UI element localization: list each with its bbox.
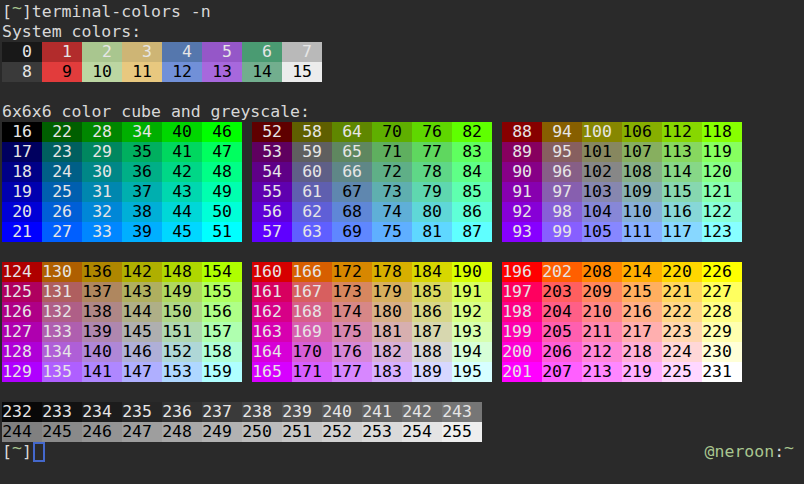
color-cell-135: 135 [42, 362, 82, 382]
prompt-line-bottom: [~]@neroon:~ [2, 442, 802, 462]
color-cell-118: 118 [702, 122, 742, 142]
color-cell-75: 75 [372, 222, 412, 242]
color-cell-139: 139 [82, 322, 122, 342]
prompt-line-top: [~]terminal-colors -n [2, 2, 802, 22]
color-cell-180: 180 [372, 302, 412, 322]
color-cell-247: 247 [122, 422, 162, 442]
color-cell-159: 159 [202, 362, 242, 382]
color-cell-255: 255 [442, 422, 482, 442]
color-cell-96: 96 [542, 162, 582, 182]
color-cell-126: 126 [2, 302, 42, 322]
color-cell-81: 81 [412, 222, 452, 242]
color-cell-5: 5 [202, 42, 242, 62]
cube-row-196: 196202208214220226 [502, 262, 742, 282]
color-cell-82: 82 [452, 122, 492, 142]
prompt-bracket-close: ] [22, 2, 32, 21]
color-cell-227: 227 [702, 282, 742, 302]
color-cell-42: 42 [162, 162, 202, 182]
color-cell-14: 14 [242, 62, 282, 82]
color-cell-156: 156 [202, 302, 242, 322]
color-cell-209: 209 [582, 282, 622, 302]
color-cell-137: 137 [82, 282, 122, 302]
color-cell-74: 74 [372, 202, 412, 222]
color-cell-103: 103 [582, 182, 622, 202]
color-cell-65: 65 [332, 142, 372, 162]
cube-row-128: 128134140146152158 [2, 342, 242, 362]
color-cell-51: 51 [202, 222, 242, 242]
color-cell-173: 173 [332, 282, 372, 302]
color-cell-205: 205 [542, 322, 582, 342]
color-cell-164: 164 [252, 342, 292, 362]
color-cell-100: 100 [582, 122, 622, 142]
color-cell-28: 28 [82, 122, 122, 142]
color-cell-145: 145 [122, 322, 162, 342]
color-cell-29: 29 [82, 142, 122, 162]
color-cell-46: 46 [202, 122, 242, 142]
cube-row-19: 192531374349 [2, 182, 242, 202]
color-cell-204: 204 [542, 302, 582, 322]
color-cell-233: 233 [42, 402, 82, 422]
color-cell-38: 38 [122, 202, 162, 222]
color-cell-242: 242 [402, 402, 442, 422]
color-cell-77: 77 [412, 142, 452, 162]
color-cell-246: 246 [82, 422, 122, 442]
cube-row-89: 8995101107113119 [502, 142, 742, 162]
color-cell-72: 72 [372, 162, 412, 182]
color-cell-63: 63 [292, 222, 332, 242]
color-cell-161: 161 [252, 282, 292, 302]
color-cell-187: 187 [412, 322, 452, 342]
color-cell-30: 30 [82, 162, 122, 182]
cube-row-164: 164170176182188194 [252, 342, 492, 362]
color-cell-104: 104 [582, 202, 622, 222]
color-cell-189: 189 [412, 362, 452, 382]
color-cell-94: 94 [542, 122, 582, 142]
cube-row-53: 535965717783 [252, 142, 492, 162]
color-cell-133: 133 [42, 322, 82, 342]
color-cell-61: 61 [292, 182, 332, 202]
color-cell-57: 57 [252, 222, 292, 242]
blank-line [2, 242, 802, 262]
color-cell-252: 252 [322, 422, 362, 442]
color-cell-151: 151 [162, 322, 202, 342]
color-cell-155: 155 [202, 282, 242, 302]
color-cell-83: 83 [452, 142, 492, 162]
color-cell-208: 208 [582, 262, 622, 282]
prompt-bracket-open: [ [2, 442, 12, 461]
color-cell-232: 232 [2, 402, 42, 422]
color-cell-140: 140 [82, 342, 122, 362]
color-cell-3: 3 [122, 42, 162, 62]
color-cell-244: 244 [2, 422, 42, 442]
color-cell-13: 13 [202, 62, 242, 82]
color-cell-170: 170 [292, 342, 332, 362]
color-cell-177: 177 [332, 362, 372, 382]
cube-row-56: 566268748086 [252, 202, 492, 222]
color-cell-54: 54 [252, 162, 292, 182]
terminal-cursor [33, 442, 45, 462]
color-cell-108: 108 [622, 162, 662, 182]
color-cell-45: 45 [162, 222, 202, 242]
color-cell-101: 101 [582, 142, 622, 162]
color-cell-243: 243 [442, 402, 482, 422]
terminal-screen[interactable]: [~]terminal-colors -n System colors: 012… [0, 0, 802, 482]
cube-group-1: 1622283440461723293541471824303642481925… [2, 122, 802, 242]
color-cell-211: 211 [582, 322, 622, 342]
cube-heading: 6x6x6 color cube and greyscale: [2, 102, 802, 122]
cube-row-160: 160166172178184190 [252, 262, 492, 282]
color-cell-229: 229 [702, 322, 742, 342]
color-cell-251: 251 [282, 422, 322, 442]
color-cell-36: 36 [122, 162, 162, 182]
color-cell-231: 231 [702, 362, 742, 382]
cube-row-57: 576369758187 [252, 222, 492, 242]
color-cell-27: 27 [42, 222, 82, 242]
greyscale-row-244: 244245246247248249250251252253254255 [2, 422, 802, 442]
color-cell-167: 167 [292, 282, 332, 302]
color-cell-41: 41 [162, 142, 202, 162]
rprompt: @neroon:~ [705, 442, 794, 462]
color-cell-80: 80 [412, 202, 452, 222]
color-cell-238: 238 [242, 402, 282, 422]
cube-row-52: 525864707682 [252, 122, 492, 142]
color-cell-60: 60 [292, 162, 332, 182]
color-cell-192: 192 [452, 302, 492, 322]
color-cell-53: 53 [252, 142, 292, 162]
color-cell-22: 22 [42, 122, 82, 142]
